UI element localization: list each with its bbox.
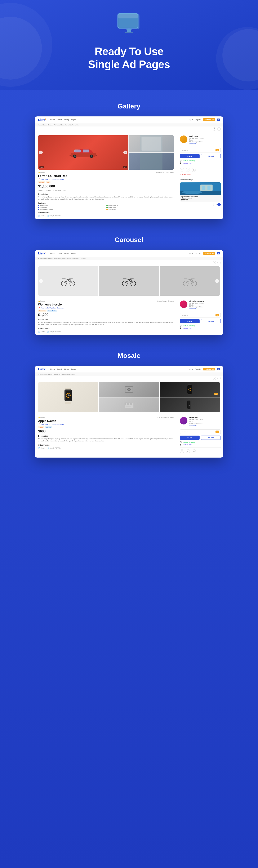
carousel-nav-register[interactable]: Register — [195, 252, 201, 254]
nav-pages[interactable]: Pages — [71, 119, 76, 121]
mosaic-seller-location: 70 Washington Street — [189, 423, 203, 424]
mosaic-pdf-icon: 📄 — [47, 447, 49, 449]
nav-search[interactable]: Search — [57, 119, 62, 121]
carousel-attach-source[interactable]: 📄 Source — [38, 331, 45, 333]
mosaic-heart-icon[interactable]: ♡ — [180, 449, 184, 453]
carousel-viber-icon: 📱 — [180, 328, 182, 329]
heart-icon[interactable]: ♡ — [180, 168, 184, 172]
carousel-nav-listing[interactable]: Listing — [64, 252, 69, 254]
gallery-seller-since: Member since 4 years — [189, 137, 203, 139]
gallery-attach-source[interactable]: 📄 Source — [38, 215, 45, 217]
mosaic-email-btn[interactable]: ✉ E-mail — [201, 436, 221, 440]
gallery-cat-vehicles[interactable]: Vehicles — [38, 181, 45, 183]
mosaic-attach-pdf[interactable]: 📄 Sample PDF File — [47, 447, 61, 449]
bg-decoration-right — [216, 27, 258, 90]
carousel-nav-login[interactable]: Log In — [189, 252, 193, 254]
feature-dot-green-2 — [106, 207, 108, 208]
carousel-notification[interactable]: 4 — [217, 252, 220, 254]
mosaic-attach-source[interactable]: 📄 Source — [38, 447, 45, 449]
nav-listing[interactable]: Listing — [64, 119, 69, 121]
mosaic-images-wrapper: 12 $600 — [35, 382, 223, 412]
print-icon[interactable]: ⎙ — [192, 168, 196, 172]
gallery-report-link[interactable]: ⚑ Report Abuse — [180, 174, 221, 175]
mosaic-notification[interactable]: 4 — [217, 368, 220, 370]
carousel-attach-pdf[interactable]: 📄 Sample PDF File — [47, 331, 61, 333]
mosaic-facebook-icon[interactable]: f — [213, 377, 216, 380]
gallery-viber-btn[interactable]: 📱 Chat Via Viber — [180, 162, 221, 164]
gallery-featured-price: $200,000 — [181, 199, 220, 201]
featured-prev-btn[interactable]: ‹ — [213, 203, 217, 206]
carousel-nav-pages[interactable]: Pages — [71, 252, 76, 254]
gallery-thumb-1[interactable] — [129, 135, 174, 152]
gallery-attach-pdf[interactable]: 📄 Sample PDF File — [47, 215, 61, 217]
gallery-reveal-btn[interactable]: ● — [216, 149, 219, 151]
carousel-file-icon: 📄 — [38, 331, 40, 333]
mosaic-nav-listing[interactable]: Listing — [64, 368, 69, 370]
carousel-seller-link[interactable]: See all ads — [189, 308, 204, 310]
carousel-prev-btn[interactable]: ‹ — [39, 279, 43, 283]
image-counter: 1 / 8 — [39, 166, 44, 168]
mosaic-viber-btn[interactable]: 📱 Chat Via Viber — [180, 444, 221, 445]
carousel-chat-btn[interactable]: ✉ Chat — [180, 319, 200, 323]
svg-rect-33 — [69, 279, 73, 279]
carousel-seller-info: Victoria Madams Member since 5 years 12 … — [180, 300, 221, 310]
svg-rect-32 — [62, 279, 66, 279]
featured-next-btn[interactable]: › — [217, 203, 221, 206]
mosaic-reveal-btn[interactable]: ● — [216, 431, 219, 433]
mosaic-nav-home[interactable]: Home — [50, 368, 55, 370]
gallery-social-icons: f t — [213, 127, 221, 131]
carousel-facebook-icon[interactable]: f — [213, 261, 216, 264]
svg-rect-82 — [127, 404, 128, 405]
carousel-email-btn[interactable]: ✉ E-mail — [201, 319, 221, 323]
mosaic-nav-login[interactable]: Log In — [189, 368, 193, 370]
gallery-cat-cars[interactable]: Cars — [46, 181, 51, 183]
carousel-card-wrapper: Listv° Home Search Listing Pages Log In … — [0, 250, 258, 335]
nav-register[interactable]: Register — [195, 119, 201, 121]
mosaic-twitter-icon[interactable]: t — [217, 377, 221, 380]
nav-post-btn[interactable]: Post Your Ad — [203, 118, 215, 121]
twitter-icon[interactable]: t — [217, 127, 221, 131]
gallery-featured-card-1[interactable]: Apartment With Pool New York, NY, USA $2… — [180, 182, 221, 202]
gallery-prev-btn[interactable]: ‹ — [39, 151, 43, 154]
mosaic-cat-devices[interactable]: Devices — [45, 426, 52, 428]
nav-login[interactable]: Log In — [189, 119, 193, 121]
nav-notification[interactable]: 4 — [217, 119, 220, 121]
carousel-whatsapp-btn[interactable]: 💬 Chat Via WhatsApp — [180, 325, 221, 327]
carousel-twitter-icon[interactable]: t — [217, 261, 221, 264]
svg-rect-16 — [141, 136, 161, 151]
carousel-nav-home[interactable]: Home — [50, 252, 55, 254]
mosaic-cat-phones[interactable]: Phones — [38, 426, 44, 428]
mosaic-chat-btn[interactable]: ✉ Chat — [180, 436, 200, 440]
mosaic-nav-register[interactable]: Register — [195, 368, 201, 370]
mosaic-print-icon[interactable]: ⎙ — [192, 449, 196, 453]
mosaic-whatsapp-btn[interactable]: 💬 Chat Via WhatsApp — [180, 441, 221, 443]
mosaic-nav-pages[interactable]: Pages — [71, 368, 76, 370]
gallery-chat-btn[interactable]: ✉ Chat — [180, 154, 200, 158]
gallery-thumb-2[interactable] — [129, 153, 174, 169]
gallery-email-btn[interactable]: ✉ E-mail — [201, 154, 221, 158]
mosaic-nav-post-btn[interactable]: Post Your Ad — [203, 368, 215, 370]
carousel-img-3: › — [160, 267, 220, 296]
carousel-viber-btn[interactable]: 📱 Chat Via Viber — [180, 328, 221, 329]
mosaic-share-icon[interactable]: ↗ — [186, 449, 190, 453]
nav-home[interactable]: Home — [50, 119, 55, 121]
carousel-logo: Listv° — [38, 252, 46, 255]
gallery-seller-link[interactable]: See all ads — [189, 143, 203, 145]
mosaic-nav-search[interactable]: Search — [57, 368, 62, 370]
gallery-ad-meta-bar: 🔒 Private 3 years ago • 1,417 Views — [38, 172, 174, 174]
carousel-cat-items[interactable]: Items Wanted — [47, 310, 57, 312]
carousel-ad-location: 📍 New York, NY, USA - See map — [38, 307, 174, 309]
carousel-reveal-btn[interactable]: ● — [216, 314, 219, 316]
gallery-featured-title: Featured listings — [180, 179, 221, 181]
svg-rect-77 — [127, 403, 128, 404]
facebook-icon[interactable]: f — [213, 127, 216, 131]
carousel-cat-community[interactable]: Community — [38, 310, 46, 312]
carousel-next-btn[interactable]: › — [215, 279, 219, 283]
image-expand-btn[interactable]: ⤢ — [123, 166, 127, 168]
gallery-whatsapp-btn[interactable]: 💬 Chat Via WhatsApp — [180, 160, 221, 162]
gallery-next-btn[interactable]: › — [123, 151, 127, 154]
carousel-nav-search[interactable]: Search — [57, 252, 62, 254]
mosaic-seller-link[interactable]: See all ads — [189, 425, 203, 426]
share-icon[interactable]: ↗ — [186, 168, 190, 172]
carousel-nav-post-btn[interactable]: Post Your Ad — [203, 252, 215, 255]
